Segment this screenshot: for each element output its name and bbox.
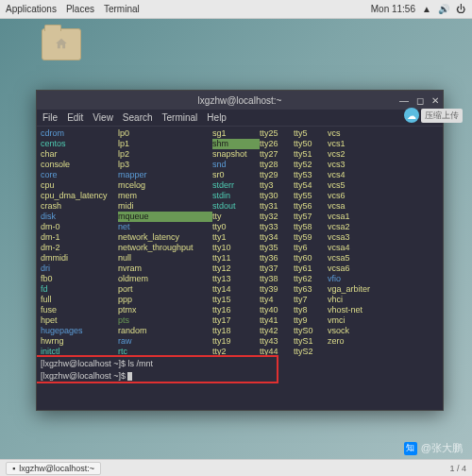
ls-entry: tty19 <box>212 336 260 347</box>
ls-entry: tty33 <box>260 222 294 232</box>
terminal-menu-file[interactable]: File <box>42 112 58 123</box>
ls-entry: tty32 <box>260 212 294 222</box>
cloud-icon: ☁ <box>404 108 419 123</box>
ls-entry: dm-2 <box>41 243 118 253</box>
watermark-author: @张大鹏 <box>421 441 463 455</box>
taskbar-terminal[interactable]: ▪ lxgzhw@localhost:~ <box>6 462 101 475</box>
volume-icon[interactable]: 🔊 <box>438 4 449 15</box>
watermark: 知 @张大鹏 <box>404 441 463 455</box>
home-icon <box>53 37 70 50</box>
ls-entry: tty58 <box>294 222 328 232</box>
ls-entry: tty41 <box>260 315 294 326</box>
ls-entry: rtc <box>118 347 212 357</box>
ls-entry: tty17 <box>212 315 260 326</box>
ls-entry: dri <box>41 264 118 274</box>
ls-entry: tty56 <box>294 201 328 212</box>
ls-column-4: tty25tty26tty27tty28tty29tty3tty30tty31t… <box>260 128 294 357</box>
ls-entry: tty1 <box>212 232 260 243</box>
ls-entry: tty60 <box>294 253 328 264</box>
menu-applications[interactable]: Applications <box>6 4 57 14</box>
ls-entry: mcelog <box>118 180 212 191</box>
ls-entry: mem <box>118 191 212 201</box>
terminal-menu-view[interactable]: View <box>93 112 113 123</box>
ls-entry: mqueue <box>118 212 212 222</box>
ls-entry: tty59 <box>294 232 328 243</box>
ls-entry: vcsa2 <box>328 222 384 232</box>
ls-entry: vcsa1 <box>328 212 384 222</box>
ls-entry: tty54 <box>294 180 328 191</box>
network-icon[interactable]: ▲ <box>421 4 432 15</box>
terminal-body[interactable]: cdromcentoscharconsolecorecpucpu_dma_lat… <box>37 127 443 410</box>
ls-entry: mapper <box>118 170 212 180</box>
upload-label: 压缩上传 <box>421 109 463 123</box>
ls-entry: vcs6 <box>328 191 384 201</box>
ls-entry: port <box>118 284 212 295</box>
ls-entry: tty6 <box>294 243 328 253</box>
ls-entry: tty10 <box>212 243 260 253</box>
terminal-menu-help[interactable]: Help <box>207 112 227 123</box>
ls-entry: sg1 <box>212 128 260 139</box>
terminal-window[interactable]: lxgzhw@localhost:~ — ◻ ✕ FileEditViewSea… <box>36 90 444 411</box>
ls-entry: tty4 <box>260 295 294 305</box>
ls-entry: tty14 <box>212 284 260 295</box>
ls-entry: tty26 <box>260 139 294 149</box>
menu-terminal[interactable]: Terminal <box>104 4 140 14</box>
ls-entry: stdin <box>212 191 260 201</box>
ls-entry: dm-0 <box>41 222 118 232</box>
power-icon[interactable]: ⏻ <box>455 4 466 15</box>
ls-entry: zero <box>328 336 384 347</box>
terminal-menu-terminal[interactable]: Terminal <box>162 112 198 123</box>
ls-entry: vcsa3 <box>328 232 384 243</box>
terminal-menubar: FileEditViewSearchTerminalHelp <box>37 110 443 127</box>
ls-entry: tty35 <box>260 243 294 253</box>
ls-entry: tty30 <box>260 191 294 201</box>
close-button[interactable]: ✕ <box>431 95 439 106</box>
menu-places[interactable]: Places <box>66 4 94 14</box>
ls-entry: tty51 <box>294 149 328 160</box>
ls-entry: initctl <box>41 347 118 357</box>
ls-entry: lp0 <box>118 128 212 139</box>
ls-entry: disk <box>41 212 118 222</box>
ls-entry: vga_arbiter <box>328 284 384 295</box>
ls-entry: cdrom <box>41 128 118 139</box>
terminal-menu-edit[interactable]: Edit <box>67 112 83 123</box>
ls-entry: vcsa4 <box>328 243 384 253</box>
ls-entry: ttyS0 <box>294 326 328 336</box>
ls-entry: tty34 <box>260 232 294 243</box>
ls-entry: tty57 <box>294 212 328 222</box>
ls-column-6: vcsvcs1vcs2vcs3vcs4vcs5vcs6vcsavcsa1vcsa… <box>328 128 384 357</box>
clock: Mon 11:56 <box>371 4 415 14</box>
ls-entry: stderr <box>212 180 260 191</box>
ls-entry: tty7 <box>294 295 328 305</box>
terminal-titlebar[interactable]: lxgzhw@localhost:~ — ◻ ✕ <box>37 91 443 110</box>
ls-entry: tty16 <box>212 305 260 315</box>
ls-entry: tty2 <box>212 347 260 357</box>
ls-entry: pts <box>118 315 212 326</box>
ls-entry: tty11 <box>212 253 260 264</box>
ls-entry: shm <box>212 139 260 149</box>
ls-entry: tty38 <box>260 274 294 284</box>
ls-entry: nvram <box>118 264 212 274</box>
zhihu-icon: 知 <box>404 442 417 455</box>
ls-entry: tty39 <box>260 284 294 295</box>
upload-badge[interactable]: ☁ 压缩上传 <box>404 108 463 123</box>
ls-entry: tty42 <box>260 326 294 336</box>
ls-entry: tty61 <box>294 264 328 274</box>
ls-entry: vcs4 <box>328 170 384 180</box>
ls-entry: tty62 <box>294 274 328 284</box>
page-indicator: 1 / 4 <box>449 464 466 473</box>
minimize-button[interactable]: — <box>399 95 409 106</box>
ls-entry: lp2 <box>118 149 212 160</box>
ls-entry: tty13 <box>212 274 260 284</box>
desktop-home-folder[interactable] <box>38 28 85 76</box>
ls-entry: oldmem <box>118 274 212 284</box>
ls-entry: tty31 <box>260 201 294 212</box>
ls-entry: fd <box>41 284 118 295</box>
ls-entry: vfio <box>328 274 384 284</box>
ls-entry: tty3 <box>260 180 294 191</box>
ls-entry: snd <box>212 160 260 170</box>
terminal-menu-search[interactable]: Search <box>123 112 153 123</box>
ls-entry: dm-1 <box>41 232 118 243</box>
taskbar-terminal-icon: ▪ <box>12 464 15 473</box>
maximize-button[interactable]: ◻ <box>416 95 424 106</box>
